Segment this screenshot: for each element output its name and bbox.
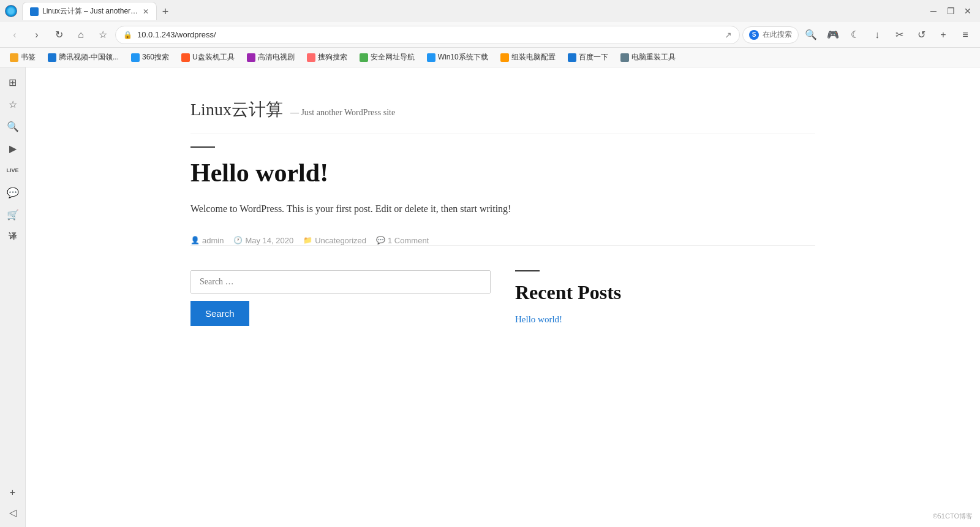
game-icon-btn[interactable]: 🎮 xyxy=(823,25,843,45)
url-text: 10.0.1.243/wordpress/ xyxy=(137,30,720,39)
post-author-name[interactable]: admin xyxy=(202,236,224,245)
bookmark-360-label: 360搜索 xyxy=(142,52,169,63)
bookmark-item-safe[interactable]: 安全网址导航 xyxy=(355,51,420,64)
search-input-wrap xyxy=(190,270,491,294)
bookmark-tencent-icon xyxy=(48,53,56,62)
tab-bar: Linux云计算 – Just another WordP... ✕ + xyxy=(22,2,921,20)
download-icon-btn[interactable]: ↓ xyxy=(867,25,887,45)
minimize-button[interactable]: ─ xyxy=(926,4,941,18)
recent-post-link[interactable]: Hello world! xyxy=(515,314,562,324)
bookmark-item-star[interactable]: 书签 xyxy=(5,51,40,64)
window-controls: ─ ❐ ✕ xyxy=(926,4,975,18)
tab-close-icon[interactable]: ✕ xyxy=(143,7,149,16)
back-button[interactable]: ‹ xyxy=(5,25,24,45)
search-button[interactable]: Search xyxy=(190,301,249,326)
menu-button[interactable]: ≡ xyxy=(956,25,975,45)
post-category-text[interactable]: Uncategorized xyxy=(315,236,366,245)
post-category: 📁 Uncategorized xyxy=(303,236,366,245)
bookmark-u-label: U盘装机工具 xyxy=(192,52,235,63)
close-button[interactable]: ✕ xyxy=(960,4,975,18)
site-separator: — xyxy=(290,108,301,117)
sidebar: ⊞ ☆ 🔍 ▶ LIVE 💬 🛒 译 + ◁ xyxy=(0,67,26,527)
bookmark-item-u[interactable]: U盘装机工具 xyxy=(176,51,239,64)
sidebar-translate-icon[interactable]: 译 xyxy=(3,227,23,246)
sidebar-star-icon[interactable]: ☆ xyxy=(3,94,23,114)
home-button[interactable]: ⌂ xyxy=(71,25,91,45)
search-icon-btn[interactable]: 🔍 xyxy=(801,25,821,45)
bookmark-hd-icon xyxy=(247,53,255,62)
restore-button[interactable]: ❐ xyxy=(943,4,958,18)
new-tab-button[interactable]: + xyxy=(157,3,174,20)
bookmark-baidu-icon xyxy=(568,53,576,62)
web-content[interactable]: Linux云计算 — Just another WordPress site H… xyxy=(26,67,980,527)
post-title: Hello world! xyxy=(190,157,815,188)
recent-posts-widget: Recent Posts Hello world! xyxy=(515,270,815,326)
bookmark-pc-label: 组装电脑配置 xyxy=(511,52,556,63)
sidebar-chat-icon[interactable]: 💬 xyxy=(3,183,23,202)
post-separator xyxy=(190,146,215,148)
bookmark-star-icon xyxy=(10,53,18,62)
bookmark-u-icon xyxy=(181,53,190,62)
tab-favicon xyxy=(30,7,39,16)
moon-icon-btn[interactable]: ☾ xyxy=(845,25,865,45)
browser-body: ⊞ ☆ 🔍 ▶ LIVE 💬 🛒 译 + ◁ Linux云计算 — Just a… xyxy=(0,67,980,527)
sidebar-shop-icon[interactable]: 🛒 xyxy=(3,205,23,224)
bookmarks-bar: 书签 腾讯视频-中国领... 360搜索 U盘装机工具 高清电视剧 搜狗搜索 安… xyxy=(0,48,980,67)
active-tab[interactable]: Linux云计算 – Just another WordP... ✕ xyxy=(22,2,157,20)
bookmark-win-icon xyxy=(427,53,435,62)
browser-logo xyxy=(5,5,17,17)
sidebar-live-icon[interactable]: LIVE xyxy=(3,161,23,180)
bookmark-item-360[interactable]: 360搜索 xyxy=(126,51,174,64)
site-title[interactable]: Linux云计算 xyxy=(190,100,283,119)
watermark: ©51CTO博客 xyxy=(930,510,975,522)
site-description: — Just another WordPress site xyxy=(290,108,395,117)
post-date: 🕐 May 14, 2020 xyxy=(233,236,293,245)
bookmark-item-hd[interactable]: 高清电视剧 xyxy=(242,51,300,64)
bookmark-baidu-label: 百度一下 xyxy=(579,52,608,63)
sidebar-add-icon[interactable]: + xyxy=(3,483,23,502)
post-comments-text[interactable]: 1 Comment xyxy=(388,236,429,245)
bookmark-hd-label: 高清电视剧 xyxy=(258,52,295,63)
bookmark-360-icon xyxy=(131,53,140,62)
bookmark-safe-label: 安全网址导航 xyxy=(371,52,415,63)
bookmark-item-tencent[interactable]: 腾讯视频-中国领... xyxy=(43,51,124,64)
search-box-text: 在此搜索 xyxy=(763,29,792,40)
search-box[interactable]: S 在此搜索 xyxy=(742,26,799,44)
forward-button[interactable]: › xyxy=(27,25,47,45)
bookmark-item-pc[interactable]: 组装电脑配置 xyxy=(496,51,560,64)
bookmark-safe-icon xyxy=(360,53,368,62)
lock-icon: 🔒 xyxy=(123,31,132,39)
bookmark-item-baidu[interactable]: 百度一下 xyxy=(563,51,613,64)
refresh-button[interactable]: ↻ xyxy=(49,25,69,45)
wordpress-container: Linux云计算 — Just another WordPress site H… xyxy=(166,67,840,363)
title-bar: Linux云计算 – Just another WordP... ✕ + ─ ❐… xyxy=(0,0,980,22)
search-input[interactable] xyxy=(191,271,490,293)
bookmark-item-sou[interactable]: 搜狗搜索 xyxy=(302,51,352,64)
bottom-section: Search Recent Posts Hello world! xyxy=(190,245,815,351)
sidebar-collapse-icon[interactable]: ◁ xyxy=(3,502,23,522)
plus-icon-btn[interactable]: + xyxy=(933,25,953,45)
bookmark-item-win[interactable]: Win10系统下载 xyxy=(422,51,493,64)
date-icon: 🕐 xyxy=(233,236,243,245)
share-icon[interactable]: ↗ xyxy=(725,30,732,40)
scissors-icon-btn[interactable]: ✂ xyxy=(889,25,909,45)
address-bar[interactable]: 🔒 10.0.1.243/wordpress/ ↗ xyxy=(115,26,740,44)
sidebar-media-icon[interactable]: ▶ xyxy=(3,138,23,158)
undo-icon-btn[interactable]: ↺ xyxy=(911,25,931,45)
post-date-text[interactable]: May 14, 2020 xyxy=(245,236,293,245)
sidebar-search-icon[interactable]: 🔍 xyxy=(3,116,23,136)
sidebar-bottom: + ◁ xyxy=(3,483,23,522)
nav-right-buttons: S 在此搜索 🔍 🎮 ☾ ↓ ✂ ↺ + ≡ xyxy=(742,25,975,45)
post-content: Welcome to WordPress. This is your first… xyxy=(190,200,815,217)
bookmark-item-dz[interactable]: 电脑重装工具 xyxy=(616,51,680,64)
bookmark-win-label: Win10系统下载 xyxy=(438,52,488,63)
post-article: Hello world! Welcome to WordPress. This … xyxy=(190,146,815,245)
post-meta: 👤 admin 🕐 May 14, 2020 📁 Uncategorized 💬… xyxy=(190,236,815,245)
star-button[interactable]: ☆ xyxy=(93,25,113,45)
site-header: Linux云计算 — Just another WordPress site xyxy=(190,80,815,134)
sidebar-collections-icon[interactable]: ⊞ xyxy=(3,72,23,92)
bookmark-sou-icon xyxy=(307,53,315,62)
site-tagline: Just another WordPress site xyxy=(301,108,395,117)
bookmark-dz-label: 电脑重装工具 xyxy=(631,52,676,63)
recent-posts-title: Recent Posts xyxy=(515,281,815,304)
